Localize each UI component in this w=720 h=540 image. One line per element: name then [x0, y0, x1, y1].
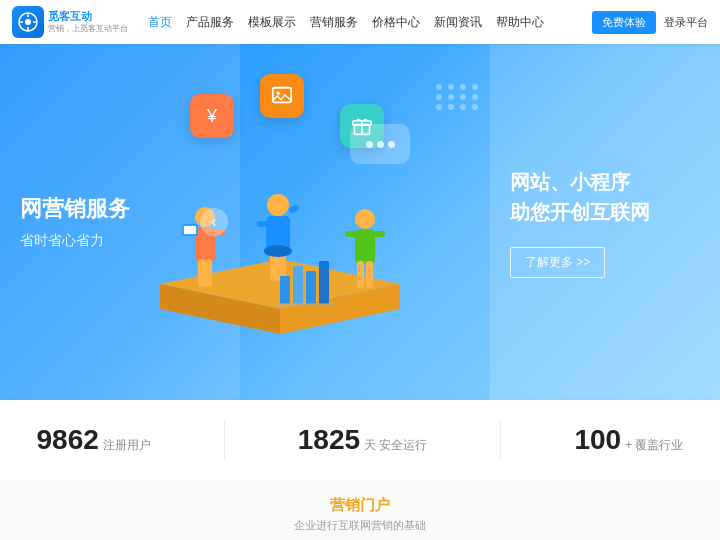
stat-separator-1 [224, 420, 225, 460]
nav-link-templates[interactable]: 模板展示 [248, 14, 296, 31]
svg-point-28 [355, 209, 375, 229]
logo-name: 觅客互动 [48, 10, 128, 23]
float-icon-yuan: ¥ [190, 94, 234, 138]
svg-rect-31 [373, 231, 385, 237]
hero-right-panel: 网站、小程序 助您开创互联网 了解更多 >> [490, 44, 720, 400]
svg-rect-33 [366, 261, 373, 288]
stat-users-number: 9862 [37, 424, 99, 456]
stat-days-number: 1825 [298, 424, 360, 456]
platform [130, 254, 430, 354]
svg-point-7 [277, 91, 281, 95]
svg-rect-37 [319, 261, 329, 304]
nav-link-marketing[interactable]: 营销服务 [310, 14, 358, 31]
nav-link-help[interactable]: 帮助中心 [496, 14, 544, 31]
section-subtitle: 企业进行互联网营销的基础 [294, 518, 426, 533]
section-title: 营销门户 [330, 496, 390, 515]
nav-link-pricing[interactable]: 价格中心 [372, 14, 420, 31]
svg-rect-32 [357, 261, 364, 288]
hero-section: 网营销服务 省时省心省力 ‹ ¥ [0, 44, 720, 400]
nav-link-news[interactable]: 新闻资讯 [434, 14, 482, 31]
hero-illustration: ¥ [110, 64, 490, 384]
stat-industries: 100 + 覆盖行业 [574, 424, 683, 456]
svg-rect-24 [257, 221, 269, 227]
stats-bar: 9862 注册用户 1825 天 安全运行 100 + 覆盖行业 [0, 400, 720, 480]
free-trial-button[interactable]: 免费体验 [592, 11, 656, 34]
svg-point-21 [267, 194, 289, 216]
logo-icon [12, 6, 44, 38]
svg-rect-36 [306, 271, 316, 304]
stat-separator-2 [500, 420, 501, 460]
navbar: 觅客互动 营销，上觅客互动平台 首页 产品服务 模板展示 营销服务 价格中心 新… [0, 0, 720, 44]
nav-link-home[interactable]: 首页 [148, 14, 172, 31]
svg-rect-19 [205, 259, 212, 287]
section-marketing: 营销门户 企业进行互联网营销的基础 [0, 480, 720, 540]
chart-decoration [278, 256, 338, 306]
float-icon-image [260, 74, 304, 118]
stat-industries-label: + 覆盖行业 [625, 437, 683, 454]
svg-rect-6 [273, 88, 291, 103]
stat-days: 1825 天 安全运行 [298, 424, 428, 456]
stat-days-label: 天 安全运行 [364, 437, 427, 454]
stat-users: 9862 注册用户 [37, 424, 151, 456]
svg-rect-30 [345, 231, 357, 237]
nav-link-products[interactable]: 产品服务 [186, 14, 234, 31]
svg-rect-29 [355, 229, 375, 264]
stat-users-label: 注册用户 [103, 437, 151, 454]
chat-bubble-decoration [350, 124, 410, 164]
hero-right-title: 网站、小程序 助您开创互联网 [510, 167, 700, 227]
figure-right [340, 204, 390, 309]
svg-rect-18 [198, 259, 205, 287]
login-button[interactable]: 登录平台 [664, 15, 708, 30]
carousel-prev-button[interactable]: ‹ [200, 208, 228, 236]
logo-tagline: 营销，上觅客互动平台 [48, 23, 128, 34]
svg-rect-23 [288, 204, 300, 214]
svg-rect-34 [280, 276, 290, 304]
dots-decoration [436, 84, 480, 110]
stat-industries-number: 100 [574, 424, 621, 456]
nav-links: 首页 产品服务 模板展示 营销服务 价格中心 新闻资讯 帮助中心 [148, 14, 592, 31]
svg-rect-35 [293, 266, 303, 304]
svg-point-1 [25, 19, 31, 25]
logo[interactable]: 觅客互动 营销，上觅客互动平台 [12, 6, 128, 38]
svg-rect-20 [183, 225, 197, 235]
learn-more-button[interactable]: 了解更多 >> [510, 247, 605, 278]
